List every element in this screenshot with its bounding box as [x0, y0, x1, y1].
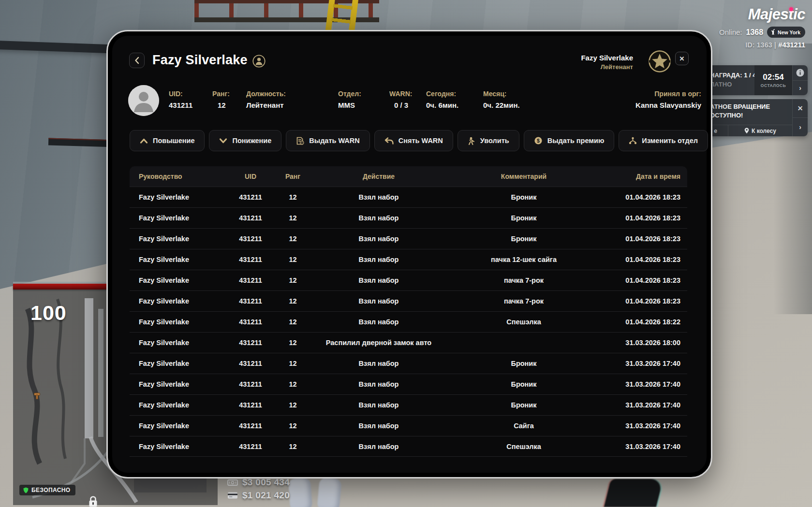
table-cell: 12 [272, 235, 313, 243]
wheel-line1: АТНОЕ ВРАЩЕНИЕ [710, 103, 792, 110]
audit-table: РуководствоUIDРангДействиеКомментарийДат… [130, 166, 687, 457]
info-value: 12 [218, 101, 230, 109]
table-row: Fazy Silverlake43121112Взял наборБроник0… [130, 228, 687, 249]
table-cell: Fazy Silverlake [130, 401, 229, 409]
table-cell: 431211 [229, 256, 272, 263]
chevron-up-icon [140, 138, 148, 144]
table-cell: 431211 [229, 214, 272, 222]
table-cell: Fazy Silverlake [130, 276, 229, 284]
dollar-icon: $ [534, 136, 543, 145]
table-cell: Fazy Silverlake [130, 443, 229, 450]
table-cell: 01.04.2026 18:22 [604, 318, 687, 326]
table-row: Fazy Silverlake43121112Взял наборпачка 1… [130, 249, 687, 270]
table-row: Fazy Silverlake43121112Взял наборБроник3… [130, 374, 687, 394]
close-button[interactable]: ✕ [675, 52, 689, 65]
action-button-org-chart[interactable]: Изменить отдел [619, 130, 708, 151]
wheel-line2: ОСТУПНО! [710, 112, 792, 119]
table-cell: 12 [272, 297, 313, 305]
org-star-badge-icon [648, 50, 671, 75]
player-leg [604, 479, 663, 507]
table-cell: Взял набор [313, 422, 444, 430]
table-cell: 01.04.2026 18:23 [604, 214, 687, 222]
table-cell: Броник [444, 193, 604, 201]
table-cell: 431211 [229, 235, 272, 243]
table-cell: Взял набор [313, 443, 444, 450]
table-header-row: РуководствоUIDРангДействиеКомментарийДат… [130, 166, 687, 187]
wheel-go-button[interactable]: К колесу [728, 125, 792, 136]
info-icon [796, 69, 804, 77]
action-label: Выдать премию [547, 137, 605, 145]
table-cell: 31.03.2026 17:40 [604, 360, 687, 367]
info-label: Должность: [246, 90, 286, 98]
map-marker-icon [33, 392, 41, 402]
table-cell: Fazy Silverlake [130, 193, 229, 201]
cash-amount: $3 005 434 [242, 477, 290, 488]
info-label: Отдел: [338, 90, 361, 98]
table-row: Fazy Silverlake43121112Взял наборпачка 7… [130, 290, 687, 311]
table-cell: Взял набор [313, 235, 444, 243]
table-cell: 01.04.2026 18:23 [604, 235, 687, 243]
table-cell: Взял набор [313, 360, 444, 367]
info-value: Лейтенант [246, 101, 286, 109]
logo-pink-dot-icon [789, 7, 793, 11]
action-button-dismiss-person[interactable]: Уволить [458, 130, 519, 151]
table-cell: 01.04.2026 18:23 [604, 297, 687, 305]
table-cell: Броник [444, 380, 604, 388]
action-button-undo[interactable]: Снять WARN [374, 130, 453, 151]
table-cell: пачка 7-рок [444, 297, 604, 305]
table-cell: 431211 [229, 422, 272, 430]
brand-hud: Majestic Online: 1368 New York ID: 1363 … [719, 6, 805, 49]
table-cell: Взял набор [313, 193, 444, 201]
bank-card-icon [227, 492, 238, 499]
table-cell: Fazy Silverlake [130, 297, 229, 305]
table-cell: Fazy Silverlake [130, 380, 229, 388]
table-cell: Распилил дверной замок авто [313, 339, 444, 347]
online-count: 1368 [746, 28, 764, 37]
action-label: Повышение [153, 137, 194, 145]
cash-icon [227, 478, 238, 487]
table-cell: 12 [272, 339, 313, 347]
table-cell: пачка 7-рок [444, 276, 604, 284]
info-pair-0: UID:431211 [169, 90, 192, 109]
column-header: UID [229, 173, 272, 180]
column-header: Действие [313, 173, 444, 180]
info-pair-2: Должность:Лейтенант [246, 90, 286, 109]
reward-title: НАГРАДА: 1 / 4 [710, 72, 754, 79]
org-member-panel: Fazy Silverlake Fazy Silverlake Лейтенан… [106, 30, 712, 478]
table-cell: 12 [272, 256, 313, 263]
info-pair-5: Сегодня:0ч. 6мин. [426, 90, 458, 109]
info-pair-1: Ранг:12 [212, 90, 230, 109]
table-cell: 431211 [229, 297, 272, 305]
info-label: Месяц: [483, 90, 520, 98]
table-cell: 12 [272, 318, 313, 326]
zone-value: 100 [30, 301, 67, 325]
server-pill[interactable]: New York [767, 27, 805, 38]
table-cell: 12 [272, 276, 313, 284]
npc-legs [286, 482, 349, 507]
table-cell: Взял набор [313, 401, 444, 409]
info-pair-3: Отдел:MMS [338, 90, 361, 109]
column-header: Ранг [272, 173, 313, 180]
reward-expand-button[interactable]: › [793, 80, 808, 96]
info-value: MMS [338, 101, 361, 109]
table-cell: Броник [444, 235, 604, 243]
dismiss-person-icon [468, 137, 475, 145]
reward-info-button[interactable] [793, 65, 808, 80]
action-button-chevron-up[interactable]: Повышение [130, 130, 205, 151]
table-row: Fazy Silverlake43121112Взял наборБроник0… [130, 207, 687, 228]
table-cell: 01.04.2026 18:23 [604, 276, 687, 284]
table-row: Fazy Silverlake43121112Взял наборСайга31… [130, 415, 687, 436]
table-row: Fazy Silverlake43121112Взял наборСпешэлк… [130, 311, 687, 332]
wheel-expand-button[interactable]: › [793, 117, 808, 136]
table-cell: Броник [444, 401, 604, 409]
action-button-warn-doc[interactable]: Выдать WARN [286, 130, 369, 151]
action-button-chevron-down[interactable]: Понижение [209, 130, 281, 151]
table-cell: Взял набор [313, 318, 444, 326]
wheel-close-button[interactable]: ✕ [793, 99, 808, 117]
bank-amount: $1 021 420 [242, 490, 290, 501]
undo-icon [384, 137, 394, 145]
back-button[interactable] [129, 53, 145, 68]
action-button-dollar[interactable]: $Выдать премию [524, 130, 615, 151]
column-header: Руководство [130, 173, 229, 180]
table-cell: Броник [444, 214, 604, 222]
